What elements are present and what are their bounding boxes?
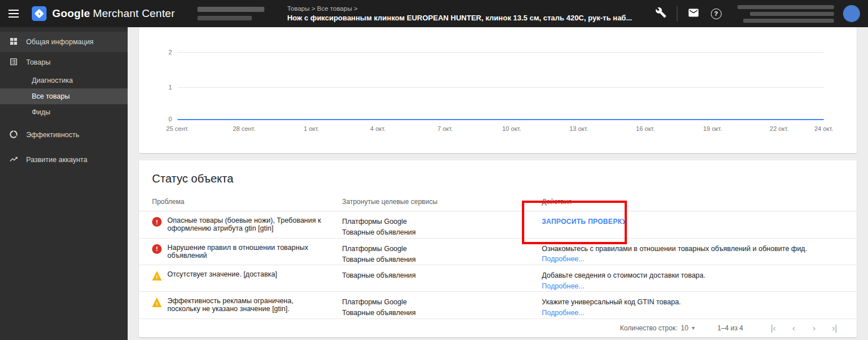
merchant-center-logo[interactable]: GoogleMerchant Center: [32, 6, 175, 21]
problem-text: Отсутствует значение. [доставка]: [167, 270, 277, 278]
redacted-bar: [743, 19, 834, 23]
error-icon: [152, 217, 162, 227]
sidebar-item-label: Развитие аккаунта: [26, 156, 87, 164]
sidebar-item-diagnostics[interactable]: Диагностика: [0, 73, 128, 88]
service-line: Платформы Google: [342, 244, 542, 254]
learn-more-link[interactable]: Подробнее...: [542, 281, 843, 292]
y-axis-tick: 1: [149, 84, 172, 91]
avatar[interactable]: [843, 5, 860, 22]
services-cell: Товарные объявления: [342, 270, 542, 292]
action-cell: Укажите универсальный код GTIN товара. П…: [542, 297, 843, 319]
sidebar-item-growth[interactable]: Развитие аккаунта: [0, 150, 128, 170]
learn-more-link[interactable]: Подробнее...: [542, 308, 843, 318]
help-button[interactable]: ?: [705, 2, 727, 25]
x-axis-tick: 16 окт.: [636, 125, 655, 132]
x-axis-tick: 25 сент.: [166, 125, 189, 132]
grid-icon: [9, 37, 18, 48]
sidebar-item-overview[interactable]: Общая информация: [0, 32, 128, 52]
gridline: [178, 87, 824, 88]
x-axis-labels: 25 сент. 28 сент. 1 окт. 4 окт. 7 окт. 1…: [178, 125, 824, 134]
prev-page-icon[interactable]: ‹: [786, 323, 801, 333]
sidebar-item-label: Эффективность: [26, 131, 79, 139]
pagination-range: 1–4 из 4: [717, 324, 743, 332]
service-line: Платформы Google: [342, 216, 542, 227]
service-line: Товарные объявления: [342, 270, 542, 281]
sidebar-item-feeds[interactable]: Фиды: [0, 104, 128, 120]
service-line: Товарные объявления: [342, 227, 542, 238]
next-page-icon[interactable]: ›: [807, 323, 821, 333]
wrench-icon: [655, 7, 667, 20]
account-name-redacted: [197, 7, 264, 20]
rows-per-page-select[interactable]: Количество строк: 10 ▾: [620, 324, 695, 332]
circular-usage-icon: [9, 130, 18, 141]
action-text: Укажите универсальный код GTIN товара.: [542, 297, 843, 308]
gridline: [178, 52, 824, 53]
hamburger-menu-icon[interactable]: [0, 0, 27, 27]
warning-icon: [152, 298, 162, 307]
x-axis-tick: 4 окт.: [370, 125, 386, 132]
table-row: Эффективность рекламы ограничена, поскол…: [139, 292, 857, 319]
x-axis-tick: 10 окт.: [502, 125, 521, 132]
chevron-down-icon: ▾: [692, 325, 694, 331]
chart-series-line: [178, 119, 824, 120]
x-axis-tick: 13 окт.: [570, 125, 588, 132]
x-axis-tick: 28 сент.: [233, 125, 255, 132]
redacted-bar: [197, 7, 264, 12]
breadcrumb[interactable]: Товары > Все товары >: [287, 5, 632, 12]
y-axis-tick: 2: [149, 49, 172, 56]
merchant-center-logo-icon: [32, 6, 47, 21]
problem-text: Опасные товары (боевые ножи), Требования…: [167, 216, 325, 232]
services-cell: Платформы Google Товарные объявления: [342, 297, 542, 319]
x-axis-tick: 1 окт.: [304, 125, 319, 132]
status-table-header: Проблема Затронутые целевые сервисы Дейс…: [139, 198, 857, 211]
first-page-icon[interactable]: |‹: [766, 323, 781, 333]
y-axis-tick: 0: [149, 116, 172, 122]
warning-icon: [152, 271, 162, 280]
help-glyph: ?: [714, 10, 718, 17]
trending-up-icon: [9, 155, 18, 165]
redacted-bar: [197, 16, 252, 20]
problem-text: Нарушение правил в отношении товарных об…: [167, 244, 325, 260]
sidebar-item-products[interactable]: Товары: [0, 52, 128, 73]
top-app-bar: GoogleMerchant Center Товары > Все товар…: [0, 0, 868, 27]
action-text: Добавьте сведения о стоимости доставки т…: [542, 270, 843, 281]
table-row: Опасные товары (боевые ножи), Требования…: [139, 211, 857, 239]
main-content: 2 1 0 25 сент. 28 сент. 1 окт. 4 окт. 7 …: [128, 27, 868, 340]
error-icon: [152, 244, 162, 254]
rows-per-page-label: Количество строк:: [620, 324, 677, 332]
learn-more-link[interactable]: Подробнее...: [542, 254, 843, 265]
list-icon: [9, 57, 18, 68]
brand-text: GoogleMerchant Center: [52, 7, 175, 20]
x-axis-tick: 22 окт.: [770, 125, 789, 132]
action-cell: Ознакомьтесь с правилами в отношении тов…: [542, 244, 843, 266]
services-cell: Платформы Google Товарные объявления: [342, 244, 542, 266]
services-cell: Платформы Google Товарные объявления: [342, 216, 542, 239]
service-line: Платформы Google: [342, 297, 542, 308]
help-icon: ?: [711, 8, 722, 19]
rows-per-page-value: 10: [681, 324, 688, 332]
sidebar-item-label: Общая информация: [26, 38, 94, 46]
action-cell: Добавьте сведения о стоимости доставки т…: [542, 270, 843, 292]
breadcrumb-block: Товары > Все товары > Нож с фиксированны…: [287, 5, 632, 22]
request-review-link[interactable]: ЗАПРОСИТЬ ПРОВЕРКУ: [542, 216, 843, 227]
table-row: Отсутствует значение. [доставка] Товарны…: [139, 265, 857, 292]
x-axis-tick: 24 окт.: [814, 125, 833, 132]
status-card-title: Статус объекта: [139, 160, 857, 185]
column-header-services: Затронутые целевые сервисы: [342, 198, 542, 206]
last-page-icon[interactable]: ›|: [827, 323, 842, 333]
action-cell: ЗАПРОСИТЬ ПРОВЕРКУ: [542, 216, 843, 239]
service-line: Товарные объявления: [342, 308, 542, 318]
redacted-bar: [738, 5, 834, 9]
brand-product: Merchant Center: [93, 7, 175, 19]
sidebar-item-all-products[interactable]: Все товары: [0, 88, 128, 104]
user-info-redacted: [738, 5, 834, 23]
messages-button[interactable]: [682, 2, 705, 25]
x-axis-tick: 19 окт.: [703, 125, 722, 132]
column-header-actions: Действия: [542, 198, 843, 206]
topbar-divider: [677, 6, 677, 21]
page-title: Нож с фиксированным клинком EUROPEAN HUN…: [287, 14, 632, 22]
tools-button[interactable]: [650, 2, 672, 25]
sidebar-item-performance[interactable]: Эффективность: [0, 125, 128, 145]
table-footer: Количество строк: 10 ▾ 1–4 из 4 |‹ ‹ › ›…: [139, 319, 857, 337]
sidebar-item-label: Товары: [26, 58, 50, 66]
